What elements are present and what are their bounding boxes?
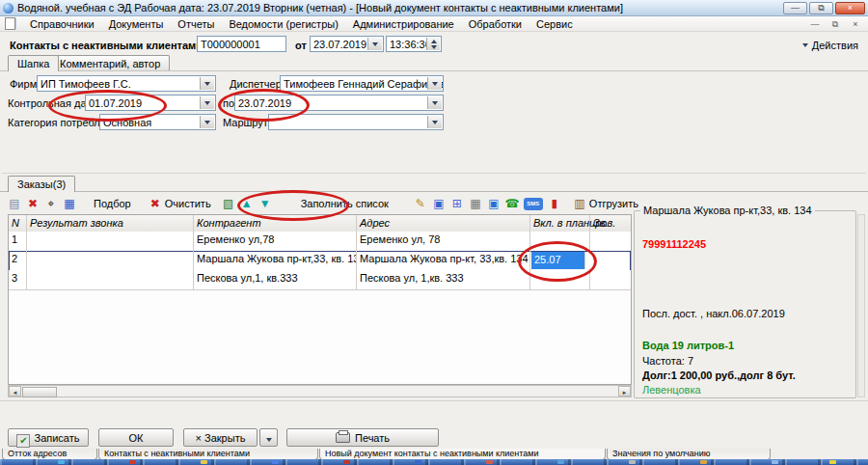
window-title: Водяной. учебная с ЭД Рабочая дата: 23.0…	[17, 2, 623, 14]
close-options-button[interactable]	[259, 428, 278, 447]
menu-otchety[interactable]: Отчеты	[177, 18, 214, 30]
cell-address[interactable]: Пескова ул, 1,кв. 333	[357, 270, 530, 289]
scroll-left-icon[interactable]: ◂	[9, 386, 21, 397]
cell-address[interactable]: Маршала Жукова пр-кт, 33,кв. 134	[357, 251, 530, 270]
restore-button[interactable]: ⧉	[809, 2, 833, 14]
control-date-from-combo[interactable]: 01.07.2019	[85, 95, 216, 111]
delete-row-icon[interactable]: ✖	[24, 196, 41, 211]
document-number-input[interactable]	[197, 36, 286, 52]
documents-icon[interactable]: ▣	[430, 196, 448, 211]
find-icon[interactable]: ⌖	[42, 196, 60, 211]
dispatcher-dropdown-icon[interactable]	[427, 77, 442, 90]
route-dropdown-icon[interactable]	[427, 116, 442, 128]
minimize-button[interactable]: —	[783, 2, 807, 14]
cell-zv[interactable]	[590, 251, 631, 270]
date-to-dropdown-icon[interactable]	[427, 96, 442, 109]
col-header-planned[interactable]: Вкл. в планиров.	[530, 215, 590, 232]
to-label: по	[223, 97, 234, 109]
edit-note-icon[interactable]: ✎	[412, 196, 429, 211]
date-from-dropdown-icon[interactable]	[200, 96, 214, 109]
firm-combo[interactable]: ИП Тимофеев Г.С.	[37, 75, 216, 92]
title-bar: Водяной. учебная с ЭД Рабочая дата: 23.0…	[0, 0, 868, 16]
add-row-icon[interactable]: ▤	[6, 196, 23, 211]
cell-contractor[interactable]: Маршала Жукова пр-кт,33, кв. 134	[194, 251, 357, 270]
tab-comment-author[interactable]: Комментарий, автор	[50, 55, 170, 70]
phone-icon[interactable]: ☎	[503, 196, 521, 211]
cell-n[interactable]: 2	[9, 251, 27, 270]
col-header-zv[interactable]: Зв.	[590, 215, 631, 232]
cell-n[interactable]: 1	[9, 232, 27, 251]
grid-blue-icon[interactable]: ⊞	[448, 196, 466, 211]
date-dropdown-icon[interactable]	[367, 38, 382, 50]
menu-vedomosti[interactable]: Ведомости (регистры)	[229, 18, 338, 30]
child-restore-button[interactable]: ⧉	[827, 18, 844, 32]
grid-gray-icon[interactable]: ▦	[467, 196, 484, 211]
table-row[interactable]: 1 Еременко ул,78 Еременко ул, 78	[9, 232, 631, 252]
child-close-button[interactable]: ×	[847, 18, 864, 32]
save-icon: ✔	[16, 434, 30, 448]
dispatcher-combo[interactable]: Тимофеев Геннадий Серафимович	[280, 75, 444, 92]
exit-icon[interactable]: ▮	[546, 196, 563, 211]
cell-contractor[interactable]: Еременко ул,78	[194, 232, 357, 251]
category-combo[interactable]: Основная	[99, 114, 216, 130]
copy-row-icon[interactable]: ▦	[61, 196, 78, 211]
route-combo[interactable]	[268, 114, 444, 130]
document-date-field[interactable]: 23.07.2019	[310, 36, 384, 52]
monitor-icon[interactable]: ▣	[485, 196, 502, 211]
cell-contractor[interactable]: Пескова ул,1, кв.333	[194, 270, 357, 289]
table-row[interactable]: 3 Пескова ул,1, кв.333 Пескова ул, 1,кв.…	[9, 270, 631, 290]
podbor-button[interactable]: Подбор	[86, 197, 139, 210]
firm-dropdown-icon[interactable]	[200, 77, 214, 90]
table-horizontal-scrollbar[interactable]: ◂ ▸	[8, 385, 632, 397]
cell-zv[interactable]	[590, 232, 631, 251]
cell-result[interactable]	[27, 251, 194, 270]
orders-table: N Результат звонка Контрагент Адрес Вкл.…	[8, 214, 632, 385]
col-header-address[interactable]: Адрес	[357, 215, 530, 232]
cell-zv[interactable]	[590, 270, 631, 289]
ship-button[interactable]: Отгрузить	[589, 197, 646, 210]
close-button[interactable]: ×	[835, 2, 865, 14]
control-date-to-combo[interactable]: 23.07.2019	[234, 95, 444, 111]
move-down-icon[interactable]: ▼	[257, 196, 274, 211]
menu-administrirovanie[interactable]: Администрирование	[353, 18, 454, 30]
tab-shapka[interactable]: Шапка	[8, 55, 59, 71]
cell-planned[interactable]	[530, 270, 590, 289]
col-header-n[interactable]: N	[9, 215, 27, 232]
menu-spravochniki[interactable]: Справочники	[30, 18, 95, 30]
ship-icon[interactable]: ▥	[571, 196, 588, 211]
info-panel-scrollbar[interactable]	[857, 214, 865, 397]
cell-planned[interactable]	[530, 232, 590, 251]
save-button[interactable]: ✔Записать	[8, 428, 89, 447]
tab-orders[interactable]: Заказы(3)	[8, 176, 75, 192]
document-time-field[interactable]: 13:36:36	[386, 36, 442, 52]
fill-list-button[interactable]: Заполнить список	[293, 197, 396, 210]
scrollbar-thumb[interactable]	[22, 387, 57, 397]
info-panel-title: Маршала Жукова пр-кт,33, кв. 134	[640, 205, 815, 216]
cell-planned-selected[interactable]: 25.07	[531, 252, 585, 269]
menu-dokumenty[interactable]: Документы	[109, 18, 164, 30]
clear-button[interactable]: Очистить	[165, 197, 219, 210]
col-header-contractor[interactable]: Контрагент	[194, 215, 357, 232]
sms-icon[interactable]: SMS	[524, 198, 543, 210]
scroll-right-icon[interactable]: ▸	[618, 386, 631, 397]
close-doc-button[interactable]: × Закрыть	[183, 428, 258, 447]
menu-obrabotki[interactable]: Обработки	[469, 18, 522, 30]
cell-address[interactable]: Еременко ул, 78	[357, 232, 530, 251]
print-button[interactable]: Печать	[286, 428, 439, 447]
child-minimize-button[interactable]: —	[806, 18, 824, 32]
ok-button[interactable]: ОК	[98, 428, 174, 447]
move-up-icon[interactable]: ▲	[238, 196, 256, 211]
chevron-down-icon	[266, 438, 272, 442]
actions-menu-button[interactable]: Действия	[802, 40, 858, 51]
time-spinner[interactable]	[426, 38, 440, 50]
cell-result[interactable]	[27, 232, 194, 251]
table-row-selected[interactable]: 2 Маршала Жукова пр-кт,33, кв. 134 Марша…	[9, 251, 631, 271]
col-header-result[interactable]: Результат звонка	[27, 215, 194, 232]
cell-result[interactable]	[27, 270, 194, 289]
menu-servis[interactable]: Сервис	[536, 18, 573, 30]
category-dropdown-icon[interactable]	[200, 116, 214, 128]
clear-icon[interactable]: ✖	[147, 196, 164, 211]
app-icon	[3, 3, 14, 14]
cell-n[interactable]: 3	[9, 270, 27, 289]
export-icon[interactable]: ▧	[220, 196, 237, 211]
